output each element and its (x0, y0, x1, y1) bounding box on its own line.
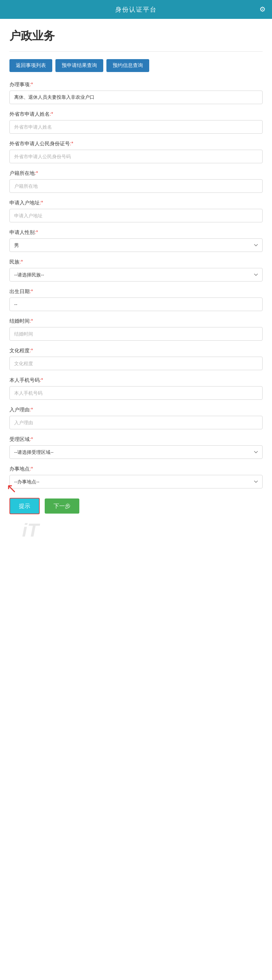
action-buttons: 返回事项列表 预申请结果查询 预约信息查询 (10, 59, 262, 72)
form-group-marriage-date: 结婚时间:* (10, 318, 262, 340)
input-marriage-date[interactable] (10, 327, 262, 340)
select-gender[interactable]: 男 女 (10, 239, 262, 252)
check-result-button[interactable]: 预申请结果查询 (55, 59, 103, 72)
input-reason[interactable] (10, 416, 262, 429)
hint-button[interactable]: 提示 (10, 498, 40, 514)
next-button[interactable]: 下一步 (45, 498, 79, 514)
header: 身份认证平台 ⚙ (0, 0, 272, 19)
input-birth-date[interactable] (10, 298, 262, 311)
form-group-apply-address: 申请入户地址:* (10, 200, 262, 222)
label-reason: 入户理由:* (10, 407, 262, 413)
label-ethnicity: 民族:* (10, 259, 262, 266)
form-group-reason: 入户理由:* (10, 407, 262, 429)
label-education: 文化程度:* (10, 348, 262, 354)
label-marriage-date: 结婚时间:* (10, 318, 262, 325)
input-phone[interactable] (10, 386, 262, 400)
form-group-office: 办事地点:* --办事地点-- (10, 466, 262, 488)
label-hukou: 户籍所在地:* (10, 170, 262, 177)
label-affair-type: 办理事项:* (10, 81, 262, 88)
page-title: 户政业务 (10, 28, 262, 44)
page-content: 户政业务 返回事项列表 预申请结果查询 预约信息查询 办理事项:* 外省市申请人… (0, 19, 272, 980)
form-group-hukou: 户籍所在地:* (10, 170, 262, 193)
form-group-birth-date: 出生日期:* (10, 288, 262, 311)
form-group-gender: 申请人性别:* 男 女 (10, 229, 262, 252)
label-gender: 申请人性别:* (10, 229, 262, 236)
form-group-id-number: 外省市申请人公民身份证号:* (10, 141, 262, 163)
label-id-number: 外省市申请人公民身份证号:* (10, 141, 262, 147)
header-title: 身份认证平台 (115, 5, 157, 14)
bottom-buttons: ↙ 提示 下一步 (10, 498, 262, 514)
select-district[interactable]: --请选择受理区域-- (10, 445, 262, 459)
input-apply-address[interactable] (10, 209, 262, 222)
gear-icon[interactable]: ⚙ (259, 5, 266, 14)
form-group-phone: 本人手机号码:* (10, 377, 262, 400)
return-list-button[interactable]: 返回事项列表 (10, 59, 52, 72)
form-group-district: 受理区域:* --请选择受理区域-- (10, 436, 262, 459)
form-group-affair-type: 办理事项:* (10, 81, 262, 104)
label-applicant-name: 外省市申请人姓名:* (10, 111, 262, 118)
input-affair-type[interactable] (10, 91, 262, 104)
label-apply-address: 申请入户地址:* (10, 200, 262, 206)
form-group-applicant-name: 外省市申请人姓名:* (10, 111, 262, 134)
watermark-area: iT (10, 514, 262, 546)
check-appointment-button[interactable]: 预约信息查询 (106, 59, 149, 72)
label-office: 办事地点:* (10, 466, 262, 473)
label-phone: 本人手机号码:* (10, 377, 262, 384)
select-office[interactable]: --办事地点-- (10, 475, 262, 488)
red-arrow-icon: ↙ (6, 482, 17, 496)
label-district: 受理区域:* (10, 436, 262, 443)
input-applicant-name[interactable] (10, 120, 262, 134)
input-id-number[interactable] (10, 150, 262, 163)
select-ethnicity[interactable]: --请选择民族-- (10, 268, 262, 282)
form-group-ethnicity: 民族:* --请选择民族-- (10, 259, 262, 282)
input-education[interactable] (10, 356, 262, 370)
label-birth-date: 出生日期:* (10, 288, 262, 295)
divider (10, 51, 262, 52)
input-hukou[interactable] (10, 179, 262, 193)
watermark-text: iT (22, 519, 39, 541)
main-form: 办理事项:* 外省市申请人姓名:* 外省市申请人公民身份证号:* 户籍所在地:* (10, 81, 262, 514)
form-group-education: 文化程度:* (10, 348, 262, 370)
